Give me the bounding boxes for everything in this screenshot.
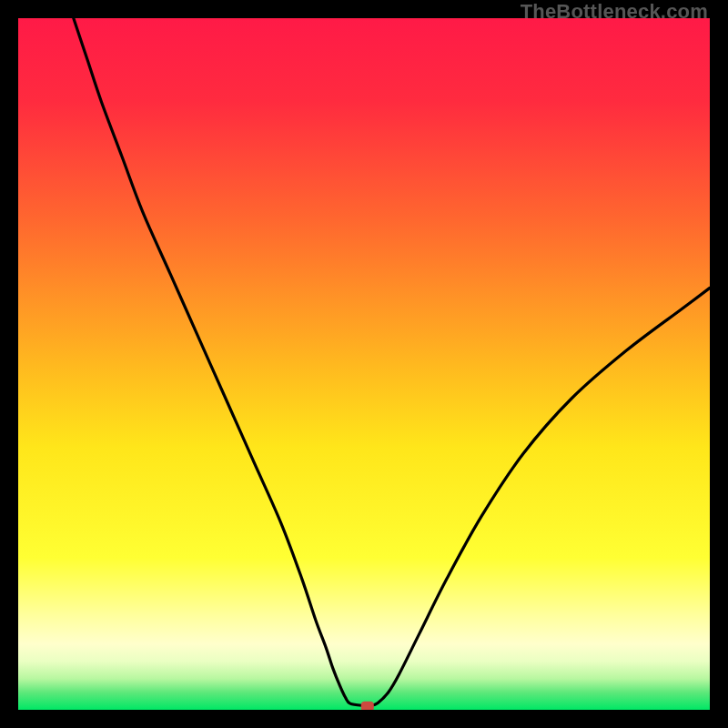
chart-frame — [18, 18, 710, 710]
watermark-text: TheBottleneck.com — [521, 0, 708, 24]
gradient-background — [18, 18, 710, 710]
optimal-marker — [361, 702, 374, 710]
chart-svg — [18, 18, 710, 710]
